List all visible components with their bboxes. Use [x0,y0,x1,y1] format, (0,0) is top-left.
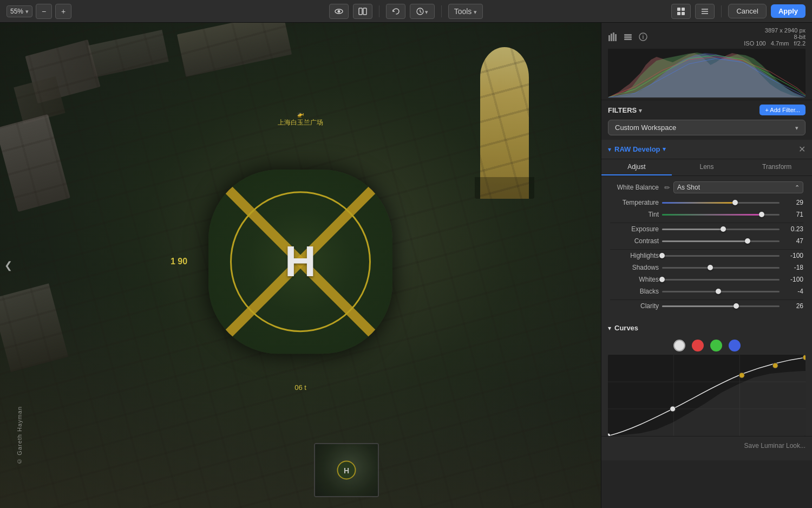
curves-graph[interactable] [608,355,806,436]
filters-chevron-icon[interactable] [639,106,642,114]
helipad-container: H 🚁 上海白玉兰广场 1 90 06 t [208,170,392,354]
curves-title: Curves [614,324,638,332]
temperature-value: 29 [783,199,803,206]
blacks-slider[interactable] [662,288,780,295]
add-filter-button[interactable]: + Add Filter... [759,105,806,115]
main-layout: H 🚁 上海白玉兰广场 1 90 06 t ❮ © Gareth Hayman [0,23,812,508]
raw-develop-collapse-icon[interactable]: ▾ [608,146,611,153]
compare-button[interactable] [353,4,372,19]
svg-rect-14 [613,32,614,41]
workspace-chevron-icon [795,123,798,132]
helipad-building-name: 🚁 上海白玉兰广场 [278,110,323,127]
slider-row-tint: Tint 71 [610,211,803,218]
workspace-dropdown[interactable]: Custom Workspace [608,120,806,135]
clarity-label: Clarity [610,302,659,310]
slider-row-highlights: Highlights -100 [610,252,803,259]
thumbnail-preview: H [314,443,379,497]
filters-title: FILTERS [608,106,642,114]
apply-button[interactable]: Apply [771,4,806,18]
exposure-value: 0.23 [783,225,803,233]
slider-row-contrast: Contrast 47 [610,237,803,245]
history-button[interactable] [410,4,435,19]
curves-channel-white[interactable] [673,340,685,351]
exposure-slider[interactable] [662,225,780,233]
thumbnail-image: H [315,444,378,496]
highlights-slider[interactable] [662,252,780,259]
save-luminar-look-link[interactable]: Save Luminar Look... [744,442,806,450]
image-bit-depth: 8-bit [744,34,806,40]
histogram-icon[interactable] [608,32,618,42]
raw-develop-chevron-icon[interactable]: ▾ [663,146,666,153]
toolbar-center-controls: Tools [329,4,483,19]
blacks-label: Blacks [610,288,659,295]
zoom-selector[interactable]: 55% [6,5,32,17]
tools-button[interactable]: Tools [448,4,483,19]
info-icon[interactable]: i [638,32,648,42]
whites-label: Whites [610,276,659,283]
undo-button[interactable] [386,4,405,19]
slider-row-clarity: Clarity 26 [610,302,803,310]
history-chevron-icon [425,7,428,16]
white-balance-row: White Balance ✏ As Shot ⌃ [610,181,803,193]
whites-slider[interactable] [662,276,780,283]
tint-slider[interactable] [662,211,780,218]
tools-chevron-icon [474,7,477,16]
panels-button[interactable] [695,4,715,19]
contrast-slider[interactable] [662,237,780,245]
slider-row-exposure: Exposure 0.23 [610,225,803,233]
tab-transform[interactable]: Transform [742,159,812,175]
slider-row-blacks: Blacks -4 [610,288,803,295]
filters-title-text: FILTERS [608,106,637,114]
layers-icon[interactable] [623,32,633,42]
raw-develop-header: ▾ RAW Develop ▾ ✕ [601,140,812,159]
cancel-button[interactable]: Cancel [728,4,766,18]
svg-rect-7 [677,12,680,15]
shadows-label: Shadows [610,264,659,271]
wb-chevron-icon: ⌃ [795,184,800,191]
tall-building [480,47,529,199]
compare-icon [358,7,367,16]
save-luminar-row: Save Luminar Look... [601,436,812,455]
temperature-slider[interactable] [662,199,780,206]
curves-color-dots [601,336,812,355]
tint-label: Tint [610,211,659,218]
white-balance-label: White Balance [610,184,659,191]
undo-icon [391,7,400,16]
whites-value: -100 [783,276,803,283]
curves-channel-red[interactable] [692,340,704,351]
highlights-label: Highlights [610,252,659,259]
image-camera-info: ISO 100 4.7mm f/2.2 [744,40,806,47]
tools-label: Tools [454,7,472,16]
tab-adjust[interactable]: Adjust [601,159,672,175]
history-icon [416,8,424,15]
tint-value: 71 [783,211,803,218]
svg-rect-17 [624,36,632,38]
curves-channel-green[interactable] [710,340,722,351]
panels-icon [700,7,709,16]
white-balance-selector[interactable]: As Shot ⌃ [673,181,803,193]
preview-button[interactable] [329,4,349,19]
navigate-left-button[interactable]: ❮ [4,259,12,271]
zoom-in-icon: + [61,7,66,16]
toolbar-separator [379,5,379,17]
right-panel: i 3897 x 2940 px 8-bit ISO 100 4.7mm f/2… [601,23,812,508]
shadows-slider[interactable] [662,264,780,271]
raw-develop-close-button[interactable]: ✕ [798,144,806,154]
zoom-in-button[interactable]: + [55,4,71,19]
curves-collapse-icon[interactable]: ▾ [608,324,611,332]
highlights-value: -100 [783,252,803,259]
svg-rect-16 [624,34,632,36]
eye-icon [335,7,343,16]
tab-lens[interactable]: Lens [672,159,742,175]
grid-view-button[interactable] [671,4,691,19]
contrast-label: Contrast [610,237,659,245]
zoom-out-button[interactable]: − [36,4,52,19]
curves-channel-blue[interactable] [729,340,741,351]
svg-point-31 [772,363,778,368]
histogram-canvas [608,49,806,97]
svg-rect-2 [359,8,362,15]
histogram-chart [608,49,806,97]
white-balance-eyedropper-icon[interactable]: ✏ [664,184,670,192]
histogram-section: i 3897 x 2940 px 8-bit ISO 100 4.7mm f/2… [601,23,812,100]
clarity-slider[interactable] [662,302,780,310]
